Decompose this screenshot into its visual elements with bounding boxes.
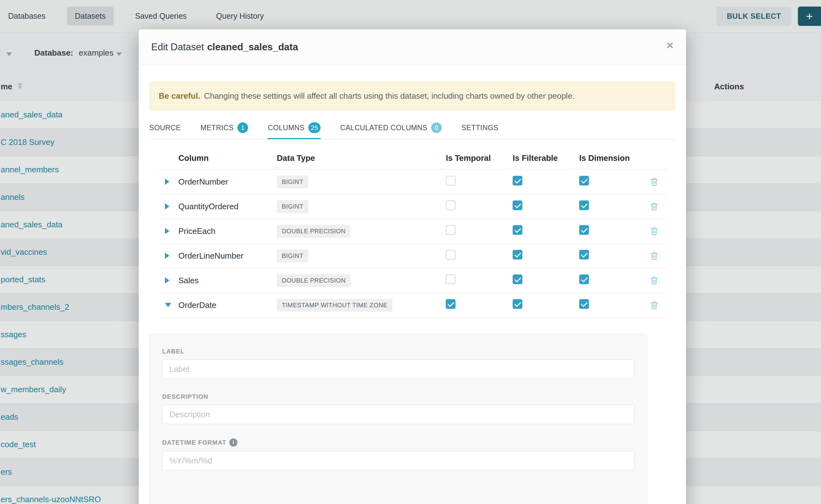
warning-banner: Be careful. Changing these settings will… [149,81,675,111]
modal-tab-settings[interactable]: SETTINGS [462,116,498,139]
trash-icon [650,251,659,260]
datetime-format-input[interactable] [162,451,635,470]
tab-count-badge: 25 [308,122,320,133]
warning-banner-text: Changing these settings will affect all … [204,91,575,101]
is-temporal-checkbox[interactable] [446,225,456,235]
close-icon[interactable]: ✕ [666,41,674,51]
column-name: PriceEach [178,226,277,236]
is-dimension-checkbox[interactable] [579,274,589,284]
data-type-pill: BIGINT [277,175,308,188]
columns-table-header: Column Data Type Is Temporal Is Filterab… [159,147,667,170]
col-header-is-filterable: Is Filterable [513,153,579,163]
column-name: OrderNumber [178,177,277,187]
column-name: Sales [178,276,277,285]
delete-column-button[interactable] [642,177,667,186]
tab-label: SOURCE [149,124,181,132]
expand-caret-icon[interactable] [165,228,169,234]
column-row: OrderNumber BIGINT [159,170,667,194]
column-row: OrderDate TIMESTAMP WITHOUT TIME ZONE [159,293,667,318]
expand-caret-icon[interactable] [165,179,169,185]
delete-column-button[interactable] [642,276,667,285]
data-type-pill: DOUBLE PRECISION [277,274,350,287]
delete-column-button[interactable] [642,202,667,211]
is-filterable-checkbox[interactable] [513,250,522,259]
info-icon[interactable]: i [229,438,237,447]
edit-dataset-modal: Edit Datasetcleaned_sales_data ✕ Be care… [139,29,686,504]
tab-label: SETTINGS [462,124,498,132]
expand-caret-icon[interactable] [165,203,169,210]
tab-label: CALCULATED COLUMNS [340,124,428,132]
column-row: OrderLineNumber BIGINT [159,244,667,268]
is-temporal-checkbox[interactable] [446,299,456,309]
tab-label: COLUMNS [268,124,304,132]
col-header-is-temporal: Is Temporal [446,153,513,163]
delete-column-button[interactable] [642,301,667,309]
trash-icon [650,227,659,235]
is-filterable-checkbox[interactable] [513,176,522,185]
data-type-pill: BIGINT [277,250,308,262]
modal-body: Be careful. Changing these settings will… [139,81,686,504]
app-window: DatabasesDatasetsSaved QueriesQuery Hist… [0,0,821,504]
trash-icon [650,202,659,211]
tab-count-badge: 0 [431,122,442,133]
is-temporal-checkbox[interactable] [446,200,456,210]
collapse-caret-icon[interactable] [165,303,171,307]
tab-count-badge: 1 [237,122,248,133]
label-input[interactable] [162,359,635,379]
delete-column-button[interactable] [642,251,667,260]
modal-dataset-name: cleaned_sales_data [207,42,298,52]
modal-title: Edit Datasetcleaned_sales_data [151,42,298,53]
is-dimension-checkbox[interactable] [579,299,589,309]
column-name: OrderDate [178,300,277,310]
modal-tab-source[interactable]: SOURCE [149,116,181,139]
data-type-pill: DOUBLE PRECISION [277,225,350,238]
is-temporal-checkbox[interactable] [446,250,456,259]
is-filterable-checkbox[interactable] [513,225,522,235]
description-input[interactable] [162,405,635,424]
is-temporal-checkbox[interactable] [446,274,456,284]
is-dimension-checkbox[interactable] [579,250,589,259]
column-detail-panel: LABEL DESCRIPTION DATETIME FORMATi [149,334,647,504]
delete-column-button[interactable] [642,227,667,235]
is-filterable-checkbox[interactable] [513,274,522,284]
warning-banner-bold: Be careful. [159,91,200,101]
modal-header: Edit Datasetcleaned_sales_data ✕ [139,29,686,65]
trash-icon [650,177,659,186]
data-type-pill: BIGINT [277,200,308,213]
expand-caret-icon[interactable] [165,253,169,259]
is-filterable-checkbox[interactable] [513,299,522,309]
column-row: PriceEach DOUBLE PRECISION [159,219,667,244]
modal-tabs: SOURCE METRICS1 COLUMNS25 CALCULATED COL… [149,116,675,139]
modal-tab-calculated-columns[interactable]: CALCULATED COLUMNS0 [340,116,442,139]
tab-label: METRICS [200,124,234,132]
columns-table: Column Data Type Is Temporal Is Filterab… [159,147,667,318]
datetime-format-field-label: DATETIME FORMATi [162,438,635,447]
column-row: QuantityOrdered BIGINT [159,194,667,219]
modal-title-prefix: Edit Dataset [151,42,204,52]
expand-caret-icon[interactable] [165,277,169,284]
is-dimension-checkbox[interactable] [579,225,589,235]
col-header-column: Column [178,153,277,163]
modal-tab-metrics[interactable]: METRICS1 [200,116,248,139]
column-name: QuantityOrdered [178,202,277,211]
trash-icon [650,301,659,309]
col-header-is-dimension: Is Dimension [579,153,642,163]
col-header-data-type: Data Type [277,153,446,163]
data-type-pill: TIMESTAMP WITHOUT TIME ZONE [277,299,392,312]
column-name: OrderLineNumber [178,251,277,261]
label-field-label: LABEL [162,348,635,355]
trash-icon [650,276,659,285]
is-dimension-checkbox[interactable] [579,200,589,210]
is-dimension-checkbox[interactable] [579,176,589,185]
is-filterable-checkbox[interactable] [513,200,522,210]
description-field-label: DESCRIPTION [162,393,635,400]
modal-tab-columns[interactable]: COLUMNS25 [268,116,320,139]
column-row: Sales DOUBLE PRECISION [159,268,667,293]
is-temporal-checkbox[interactable] [446,176,456,185]
